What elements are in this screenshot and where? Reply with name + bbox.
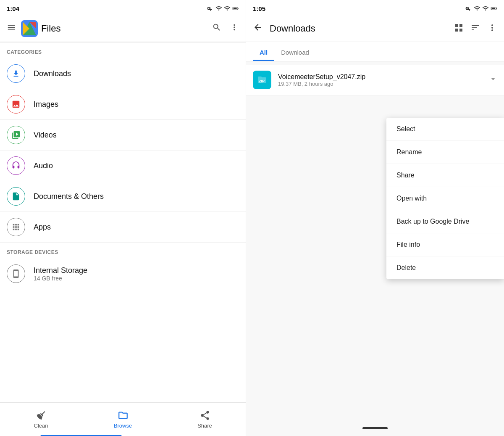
audio-icon: [11, 161, 21, 170]
documents-icon: [11, 192, 21, 201]
wifi-icon: [215, 5, 222, 12]
tabs-bar: All Download: [246, 42, 504, 61]
category-item-documents[interactable]: Documents & Others: [0, 181, 246, 212]
category-item-downloads[interactable]: Downloads: [0, 58, 246, 89]
app-bar-icons: [212, 23, 239, 34]
context-item-open-with[interactable]: Open with: [386, 187, 504, 210]
category-item-videos[interactable]: Videos: [0, 120, 246, 151]
right-bar-icons: [454, 23, 497, 34]
category-name-audio: Audio: [34, 161, 53, 170]
file-meta: 19.37 MB, 2 hours ago: [278, 81, 489, 87]
category-name-videos: Videos: [34, 131, 57, 140]
signal-icon: [224, 5, 231, 12]
file-expand-icon[interactable]: [489, 75, 497, 85]
right-battery-icon: [491, 5, 497, 12]
nav-item-clean[interactable]: Clean: [0, 407, 82, 432]
nav-label-clean: Clean: [34, 423, 48, 429]
right-status-time: 1:05: [253, 5, 265, 12]
battery-icon: [232, 5, 239, 12]
right-status-icons: [465, 5, 497, 12]
context-item-delete[interactable]: Delete: [386, 256, 504, 279]
svg-text:ZIP: ZIP: [259, 79, 265, 83]
svg-rect-2: [234, 8, 237, 9]
context-item-file-info[interactable]: File info: [386, 233, 504, 256]
audio-icon-wrap: [7, 156, 25, 175]
file-row[interactable]: ZIP VoicemeeterSetup_v2047.zip 19.37 MB,…: [246, 65, 504, 95]
bottom-nav: Clean Browse Share: [0, 402, 246, 436]
storage-label: STORAGE DEVICES: [0, 243, 246, 259]
nav-label-share: Share: [197, 423, 212, 429]
right-home-indicator: [362, 427, 388, 429]
sort-icon[interactable]: [470, 23, 480, 34]
right-signal-icon: [482, 5, 489, 12]
storage-info: Internal Storage 14 GB free: [34, 266, 87, 282]
app-logo: [21, 20, 38, 37]
context-item-backup[interactable]: Back up to Google Drive: [386, 210, 504, 233]
right-app-bar: Downloads: [246, 15, 504, 42]
right-page-title: Downloads: [270, 23, 454, 34]
context-item-share[interactable]: Share: [386, 164, 504, 187]
search-icon[interactable]: [212, 23, 221, 34]
svg-rect-8: [496, 8, 496, 9]
category-item-audio[interactable]: Audio: [0, 151, 246, 181]
context-menu: Select Rename Share Open with Back up to…: [386, 118, 504, 279]
left-panel: 1:04 Files: [0, 0, 246, 436]
tab-all[interactable]: All: [253, 42, 274, 61]
nav-item-browse[interactable]: Browse: [82, 407, 164, 432]
right-wifi-icon: [474, 5, 480, 12]
left-app-bar: Files: [0, 15, 246, 42]
right-status-bar: 1:05: [246, 0, 504, 15]
more-options-icon[interactable]: [230, 23, 239, 34]
file-name: VoicemeeterSetup_v2047.zip: [278, 73, 489, 81]
download-icon: [11, 69, 21, 78]
clean-icon: [36, 410, 47, 421]
share-icon: [200, 410, 210, 421]
right-panel: 1:05 Downloads All Download: [246, 0, 504, 436]
nav-item-share[interactable]: Share: [164, 407, 246, 432]
downloads-icon-wrap: [7, 64, 25, 83]
storage-item-internal[interactable]: Internal Storage 14 GB free: [0, 259, 246, 289]
context-item-rename[interactable]: Rename: [386, 141, 504, 164]
category-name-apps: Apps: [34, 223, 51, 232]
categories-label: CATEGORIES: [0, 42, 246, 58]
videos-icon: [11, 130, 21, 140]
category-name-images: Images: [34, 100, 58, 109]
images-icon-wrap: [7, 95, 25, 114]
category-item-images[interactable]: Images: [0, 89, 246, 120]
storage-icon-wrap: [7, 264, 25, 283]
grid-view-icon[interactable]: [454, 23, 464, 34]
left-status-bar: 1:04: [0, 0, 246, 15]
storage-sub: 14 GB free: [34, 275, 87, 282]
hamburger-menu-icon[interactable]: [7, 23, 16, 34]
category-item-apps[interactable]: Apps: [0, 212, 246, 243]
videos-icon-wrap: [7, 126, 25, 144]
context-item-select[interactable]: Select: [386, 118, 504, 141]
right-key-icon: [465, 5, 472, 12]
file-info: VoicemeeterSetup_v2047.zip 19.37 MB, 2 h…: [278, 73, 489, 87]
zip-icon: ZIP: [257, 75, 267, 85]
app-title: Files: [41, 23, 212, 34]
tab-download[interactable]: Download: [274, 42, 316, 61]
nav-label-browse: Browse: [114, 423, 132, 429]
category-name-documents: Documents & Others: [34, 192, 104, 201]
right-more-options-icon[interactable]: [487, 23, 497, 34]
browse-icon: [118, 410, 129, 421]
key-icon: [207, 5, 214, 12]
apps-icon-wrap: [7, 218, 25, 236]
left-status-icons: [207, 5, 239, 12]
svg-rect-9: [492, 8, 495, 9]
apps-icon: [11, 222, 21, 232]
images-icon: [11, 100, 21, 109]
category-name-downloads: Downloads: [34, 69, 71, 78]
svg-rect-1: [238, 8, 238, 9]
back-button[interactable]: [253, 22, 263, 35]
file-type-icon-wrap: ZIP: [253, 71, 271, 89]
documents-icon-wrap: [7, 187, 25, 206]
phone-icon: [11, 269, 21, 278]
file-list: ZIP VoicemeeterSetup_v2047.zip 19.37 MB,…: [246, 65, 504, 95]
storage-name: Internal Storage: [34, 266, 87, 275]
left-status-time: 1:04: [7, 5, 19, 12]
